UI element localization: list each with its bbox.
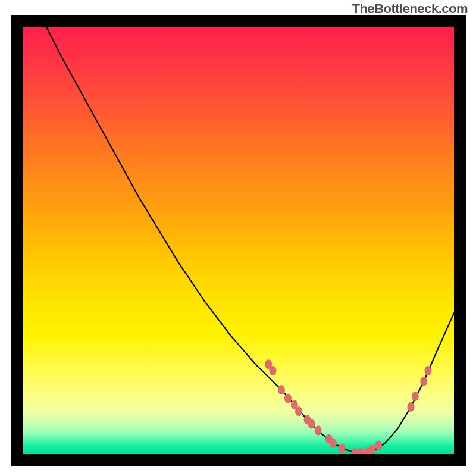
data-marker — [420, 377, 427, 386]
data-marker — [339, 444, 346, 453]
data-marker — [295, 406, 302, 416]
chart-svg — [23, 27, 454, 454]
data-marker — [368, 445, 375, 455]
chart-canvas — [23, 27, 454, 454]
bottleneck-curve — [23, 15, 454, 454]
chart-frame — [11, 15, 466, 466]
data-marker — [284, 394, 292, 403]
data-marker — [278, 385, 285, 394]
marker-group — [265, 359, 431, 458]
data-marker — [330, 439, 337, 448]
watermark-label: TheBottleneck.com — [352, 1, 468, 17]
data-marker — [315, 426, 322, 436]
data-marker — [375, 441, 382, 450]
data-marker — [308, 419, 315, 429]
data-marker — [351, 448, 358, 458]
data-marker — [270, 366, 277, 375]
data-marker — [412, 392, 419, 401]
data-marker — [358, 448, 365, 458]
data-marker — [408, 402, 415, 412]
chart-stage: TheBottleneck.com — [0, 0, 476, 476]
data-marker — [425, 366, 432, 375]
